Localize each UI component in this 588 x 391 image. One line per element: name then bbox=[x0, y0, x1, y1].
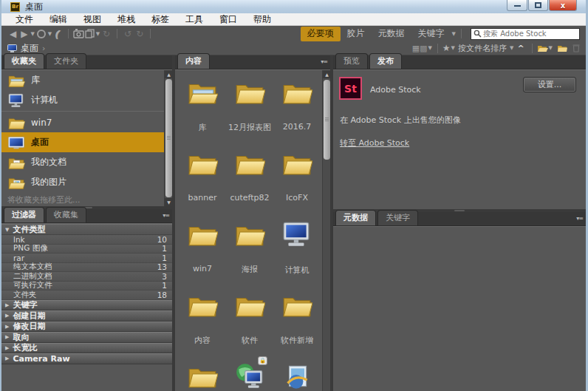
tab-favorites[interactable]: 收藏夹 bbox=[4, 53, 44, 69]
search-box[interactable] bbox=[471, 28, 580, 40]
new-folder-icon[interactable] bbox=[557, 44, 567, 52]
favorites-scrollbar[interactable]: ▲ ▼ bbox=[164, 70, 172, 206]
filter-section-date-created[interactable]: ▶创建日期 bbox=[1, 310, 172, 322]
filter-section-filetype[interactable]: ▼ 文件类型 bbox=[1, 224, 172, 235]
panel-menu-icon[interactable]: ▾≡ bbox=[321, 58, 327, 65]
rotate-right-icon[interactable]: ↻ bbox=[136, 30, 143, 38]
thumbnail-quality-icon[interactable]: ▦ bbox=[412, 44, 420, 53]
content-item[interactable]: 内容 bbox=[179, 286, 226, 357]
filter-section-date-modified[interactable]: ▶修改日期 bbox=[1, 322, 172, 333]
stock-link[interactable]: 转至 Adobe Stock bbox=[340, 137, 409, 149]
tab-filter[interactable]: 过滤器 bbox=[4, 207, 44, 222]
tab-keywords[interactable]: 关键字 bbox=[377, 210, 418, 225]
minimize-button[interactable] bbox=[507, 0, 527, 11]
scroll-up-icon[interactable]: ▲ bbox=[323, 70, 330, 78]
scrollbar-thumb[interactable] bbox=[324, 80, 330, 160]
refresh-icon[interactable]: ↻ bbox=[103, 30, 110, 38]
workspace-tab-essentials[interactable]: 必要项 bbox=[301, 27, 341, 41]
sort-ascending-icon[interactable]: ^ bbox=[517, 44, 524, 53]
scroll-down-icon[interactable]: ▼ bbox=[165, 198, 172, 206]
menu-file[interactable]: 文件 bbox=[7, 13, 41, 26]
menu-window[interactable]: 窗口 bbox=[211, 13, 245, 26]
rotate-left-icon[interactable]: ↺ bbox=[124, 30, 131, 38]
content-item[interactable]: 2016.7 bbox=[273, 73, 321, 144]
sort-dropdown-icon[interactable]: ▼ bbox=[510, 45, 513, 51]
sort-by-label[interactable]: 按文件名排序 bbox=[458, 43, 507, 54]
filter-section-orientation[interactable]: ▶取向 bbox=[1, 332, 172, 343]
search-input[interactable] bbox=[483, 30, 577, 38]
favorites-item-pictures[interactable]: 我的图片 bbox=[1, 172, 164, 192]
rating-dropdown-icon[interactable]: ▼ bbox=[451, 45, 455, 51]
content-item[interactable]: banner bbox=[179, 144, 226, 215]
favorites-item-libraries[interactable]: 库 bbox=[1, 70, 164, 90]
scroll-up-icon[interactable]: ▲ bbox=[165, 70, 172, 78]
close-button[interactable]: x bbox=[549, 0, 577, 11]
refine-dropdown-icon[interactable]: ▼ bbox=[96, 31, 100, 37]
settings-button[interactable]: 设置... bbox=[523, 77, 576, 92]
delete-trash-icon[interactable] bbox=[572, 44, 580, 52]
maximize-button[interactable] bbox=[528, 0, 548, 11]
content-item[interactable] bbox=[179, 357, 226, 391]
content-item-media[interactable] bbox=[273, 357, 321, 391]
boomerang-icon[interactable]: ( bbox=[53, 27, 63, 41]
tab-content[interactable]: 内容 bbox=[177, 53, 210, 69]
tab-metadata[interactable]: 元数据 bbox=[335, 210, 376, 225]
content-scrollbar[interactable]: ▲ bbox=[322, 70, 330, 391]
panel-menu-icon[interactable]: ▾≡ bbox=[163, 212, 169, 219]
open-dropdown-icon[interactable]: ▼ bbox=[549, 45, 553, 51]
menu-stacks[interactable]: 堆栈 bbox=[109, 13, 143, 26]
filter-section-label: 取向 bbox=[13, 332, 29, 343]
workspace-tab-keywords[interactable]: 关键字 bbox=[411, 27, 451, 41]
content-item[interactable]: cuteftp82 bbox=[226, 144, 273, 215]
breadcrumb[interactable]: 桌面 › bbox=[7, 42, 45, 55]
content-item[interactable]: 软件新增 bbox=[273, 286, 321, 357]
history-dropdown-icon[interactable]: ▼ bbox=[30, 31, 34, 37]
content-item[interactable]: 12月报表图 bbox=[226, 73, 273, 144]
thumbnail-preview-icon[interactable]: ▩ bbox=[420, 44, 427, 53]
content-item-network[interactable]: 🔒 bbox=[226, 357, 273, 391]
favorites-item-documents[interactable]: 我的文档 bbox=[1, 152, 164, 172]
thumbnail-dropdown-icon[interactable]: ▼ bbox=[428, 45, 431, 51]
content-item-computer[interactable]: 计算机 bbox=[273, 215, 321, 286]
filter-row[interactable]: 文件夹18 bbox=[1, 290, 172, 300]
filter-section-camera-raw[interactable]: ▶Camera Raw bbox=[1, 353, 172, 364]
panel-menu-icon[interactable]: ▾≡ bbox=[576, 215, 583, 222]
filter-section-aspect-ratio[interactable]: ▶长宽比 bbox=[1, 343, 172, 354]
open-folder-icon[interactable] bbox=[537, 44, 548, 52]
scrollbar-thumb[interactable] bbox=[165, 79, 172, 197]
favorites-item-label: 我的文档 bbox=[31, 156, 66, 169]
menu-help[interactable]: 帮助 bbox=[245, 13, 279, 26]
tab-preview[interactable]: 预览 bbox=[335, 53, 368, 69]
content-item[interactable]: win7 bbox=[179, 215, 226, 286]
back-button[interactable]: ◀ bbox=[10, 30, 16, 38]
favorites-item-label: win7 bbox=[31, 118, 52, 128]
camera-import-icon[interactable] bbox=[73, 29, 85, 38]
menu-tools[interactable]: 工具 bbox=[177, 13, 211, 26]
favorites-item-desktop[interactable]: 桌面 bbox=[1, 132, 164, 152]
filter-row[interactable]: PNG 图像1 bbox=[1, 245, 172, 254]
menu-label[interactable]: 标签 bbox=[143, 13, 177, 26]
content-item[interactable]: 海报 bbox=[226, 215, 273, 286]
workspace-tab-filmstrip[interactable]: 胶片 bbox=[341, 27, 372, 41]
breadcrumb-label[interactable]: 桌面 bbox=[21, 42, 38, 55]
menu-view[interactable]: 视图 bbox=[75, 13, 109, 26]
favorites-item-win7[interactable]: win7 bbox=[1, 112, 164, 132]
tab-collections[interactable]: 收藏集 bbox=[46, 207, 86, 222]
title-bar[interactable]: Br 桌面 x bbox=[1, 0, 586, 13]
recent-dropdown-icon[interactable]: ▼ bbox=[48, 31, 52, 37]
favorites-item-computer[interactable]: 计算机 bbox=[1, 90, 164, 110]
content-item-libraries[interactable]: 库 bbox=[179, 73, 226, 144]
content-item[interactable]: 软件 bbox=[226, 286, 273, 357]
tab-folders[interactable]: 文件夹 bbox=[46, 53, 86, 69]
filter-section-keywords[interactable]: ▶关键字 bbox=[1, 300, 172, 311]
rating-filter-icon[interactable]: ★ bbox=[442, 43, 451, 53]
adobe-stock-logo: St bbox=[339, 77, 362, 100]
recent-files-icon[interactable] bbox=[37, 30, 46, 38]
content-item[interactable]: IcoFX bbox=[273, 144, 321, 215]
forward-button[interactable]: ▶ bbox=[21, 30, 27, 38]
menu-edit[interactable]: 编辑 bbox=[41, 13, 75, 26]
workspace-tab-metadata[interactable]: 元数据 bbox=[372, 27, 411, 41]
refine-stack-icon[interactable] bbox=[85, 29, 95, 38]
tab-publish[interactable]: 发布 bbox=[369, 53, 402, 69]
workspace-dropdown-icon[interactable]: ▼ bbox=[452, 31, 456, 37]
